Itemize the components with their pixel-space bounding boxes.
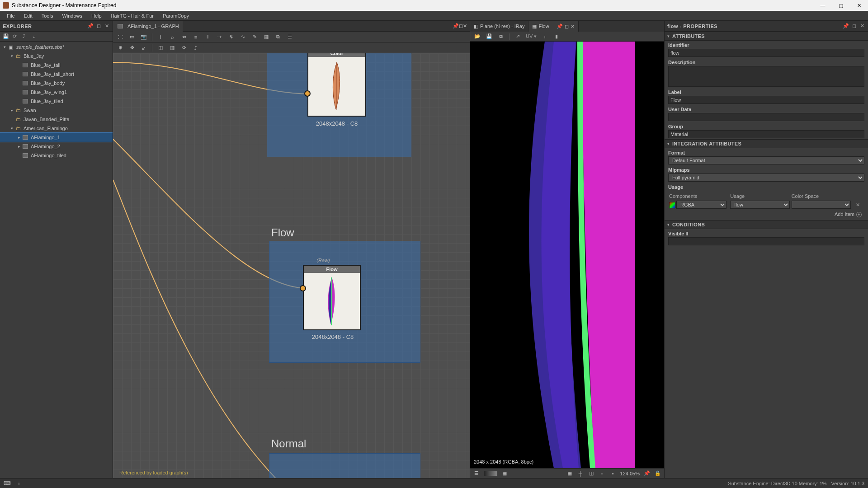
layers-icon[interactable]: ☰ <box>473 470 480 477</box>
refresh-icon[interactable]: ⟳ <box>13 33 19 40</box>
exposure-slider[interactable] <box>484 471 497 476</box>
share-icon[interactable]: ↗ <box>514 33 521 40</box>
tree-graph-item[interactable]: Blue_Jay_body <box>0 79 113 88</box>
tree-graph-item[interactable]: AFlamingo_tiled <box>0 151 113 160</box>
ungroup-icon[interactable]: ▥ <box>169 44 176 52</box>
visibleif-input[interactable] <box>668 237 864 245</box>
minimize-button[interactable]: — <box>814 0 832 11</box>
alpha-icon[interactable]: ▦ <box>501 470 508 477</box>
add-usage-item[interactable]: Add Item+ <box>665 211 868 220</box>
close-icon[interactable]: ✕ <box>104 23 110 29</box>
pin-icon[interactable]: 📌 <box>453 23 459 29</box>
maximize-button[interactable]: ▢ <box>832 0 850 11</box>
frame-all-icon[interactable]: ⛶ <box>117 33 124 41</box>
label-input[interactable] <box>668 96 864 104</box>
info-icon[interactable]: i <box>15 480 23 487</box>
node-input-port[interactable] <box>304 90 311 97</box>
viewer-tab-2d[interactable]: ▦ Flow 📌 ◻ ✕ <box>528 21 578 32</box>
pin-icon[interactable]: 📌 <box>643 470 651 477</box>
node-output-color[interactable]: Color <box>307 53 366 117</box>
pin-icon[interactable]: 📌 <box>843 23 849 29</box>
format-select[interactable]: Default Format <box>668 156 864 164</box>
snapshot-icon[interactable]: 📷 <box>140 33 147 41</box>
close-icon[interactable]: ✕ <box>859 23 865 29</box>
align-v-icon[interactable]: ⫴ <box>204 33 211 41</box>
frame-normal[interactable] <box>269 453 420 478</box>
export-icon[interactable]: ⤴ <box>192 44 199 52</box>
popout-icon[interactable]: ◻ <box>95 23 102 29</box>
close-icon[interactable]: ✕ <box>463 23 467 29</box>
grid-icon[interactable]: ▦ <box>263 33 270 41</box>
components-select[interactable]: RGBA <box>676 201 726 209</box>
node-input-port[interactable] <box>300 285 306 291</box>
magnet-icon[interactable]: ⸙ <box>140 44 147 52</box>
tree-folder[interactable]: ▸🗀Swan <box>0 106 113 115</box>
pin-icon[interactable]: 📌 <box>87 23 94 29</box>
popout-icon[interactable]: ◻ <box>851 23 857 29</box>
save-icon[interactable]: 💾 <box>486 33 493 40</box>
graph-tab[interactable]: AFlamingo_1 - GRAPH <box>113 21 183 32</box>
add-node-icon[interactable]: ⊕ <box>117 44 124 52</box>
usage-select[interactable]: flow <box>730 201 789 209</box>
conditions-section-header[interactable]: ▾CONDITIONS <box>665 220 868 229</box>
explorer-tree[interactable]: ▾ ▣ sample_feathers.sbs* ▾🗀Blue_JayBlue_… <box>0 42 113 478</box>
menu-edit[interactable]: Edit <box>20 12 37 19</box>
curve-icon[interactable]: ∿ <box>239 33 246 41</box>
tree-folder[interactable]: ▾🗀Blue_Jay <box>0 52 113 61</box>
tree-root-file[interactable]: ▾ ▣ sample_feathers.sbs* <box>0 42 113 52</box>
tile-icon[interactable]: ◫ <box>588 470 595 477</box>
pointer-icon[interactable]: ▭ <box>128 33 136 41</box>
attributes-section-header[interactable]: ▾ATTRIBUTES <box>665 32 868 41</box>
dot-icon[interactable]: • <box>609 470 617 477</box>
popout-icon[interactable]: ◻ <box>459 23 463 29</box>
export-icon[interactable]: ⤴ <box>23 33 29 40</box>
fit-icon[interactable]: ⇔ <box>180 33 188 41</box>
open-icon[interactable]: 📂 <box>474 33 481 40</box>
ruler-icon[interactable]: ┼ <box>577 470 584 477</box>
mipmaps-select[interactable]: Full pyramid <box>668 174 864 182</box>
grid-icon[interactable]: ▦ <box>566 470 573 477</box>
colorspace-select[interactable] <box>792 201 851 209</box>
integration-section-header[interactable]: ▾INTEGRATION ATTRIBUTES <box>665 139 868 148</box>
description-input[interactable] <box>668 66 864 87</box>
tree-graph-item[interactable]: ▸AFlamingo_2 <box>0 142 113 151</box>
layers-icon[interactable]: ☰ <box>286 33 293 41</box>
center-icon[interactable]: ◦ <box>599 470 606 477</box>
tree-graph-item[interactable]: Blue_Jay_tail_short <box>0 70 113 79</box>
node-output-flow[interactable]: Flow <box>303 265 361 330</box>
tree-graph-item[interactable]: Blue_Jay_tail <box>0 61 113 70</box>
link-icon[interactable]: ⇢ <box>216 33 223 41</box>
remove-usage-icon[interactable]: ✕ <box>853 202 863 208</box>
menu-windows[interactable]: Windows <box>58 12 86 19</box>
menu-paramcopy[interactable]: ParamCopy <box>159 12 193 19</box>
align-h-icon[interactable]: ≡ <box>192 33 199 41</box>
tree-folder[interactable]: 🗀Javan_Banded_Pitta <box>0 115 113 124</box>
uv-dropdown[interactable]: UV ▾ <box>526 33 537 39</box>
save-icon[interactable]: 💾 <box>3 33 9 40</box>
identifier-input[interactable] <box>668 49 864 57</box>
move-icon[interactable]: ✥ <box>128 44 136 52</box>
info-icon[interactable]: i <box>157 33 164 41</box>
userdata-input[interactable] <box>668 113 864 121</box>
zoom-icon[interactable]: ⌕ <box>169 33 176 41</box>
tree-graph-item[interactable]: ▸AFlamingo_1 <box>0 133 113 142</box>
viewer-canvas[interactable]: 2048 x 2048 (RGBA, 8bpc) <box>470 42 664 468</box>
viewer-tab-3d[interactable]: ◧ Plane (hi-res) - IRay <box>470 21 528 32</box>
break-icon[interactable]: ↯ <box>227 33 235 41</box>
refresh-icon[interactable]: ⟳ <box>180 44 188 52</box>
tree-graph-item[interactable]: Blue_Jay_tiled <box>0 97 113 106</box>
close-button[interactable]: ✕ <box>850 0 868 11</box>
lock-icon[interactable]: 🔒 <box>654 470 661 477</box>
menu-hairtg[interactable]: HairTG - Hair & Fur <box>107 12 158 19</box>
menu-tools[interactable]: Tools <box>38 12 57 19</box>
pin-icon[interactable]: 📌 <box>557 23 563 29</box>
copy-icon[interactable]: ⧉ <box>497 33 505 40</box>
tree-folder[interactable]: ▾🗀American_Flamingo <box>0 124 113 133</box>
tree-graph-item[interactable]: Blue_Jay_wing1 <box>0 88 113 97</box>
group-input[interactable] <box>668 130 864 138</box>
find-icon[interactable]: ⌕ <box>33 33 39 40</box>
crop-icon[interactable]: ⧉ <box>274 33 282 41</box>
close-icon[interactable]: ✕ <box>571 23 575 29</box>
histogram-icon[interactable]: ▮ <box>553 33 560 40</box>
popout-icon[interactable]: ◻ <box>565 23 569 29</box>
